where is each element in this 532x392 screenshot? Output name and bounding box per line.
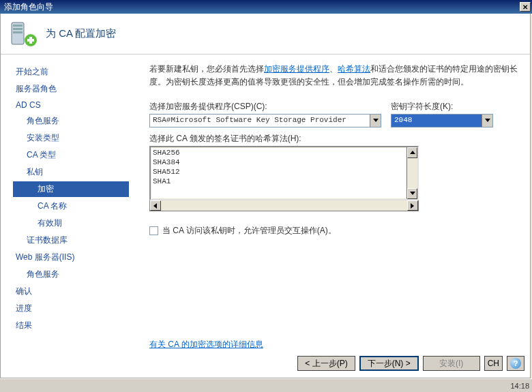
sidebar-item-iis-role-services[interactable]: 角色服务 bbox=[13, 267, 137, 282]
taskbar: 14:18 bbox=[0, 378, 532, 392]
scroll-up-icon[interactable] bbox=[407, 147, 417, 158]
help-icon: ? bbox=[510, 358, 521, 369]
svg-marker-7 bbox=[373, 119, 379, 122]
chevron-down-icon[interactable] bbox=[370, 115, 381, 127]
checkbox-label: 当 CA 访问该私钥时，允许管理员交互操作(A)。 bbox=[162, 225, 336, 237]
csp-value: RSA#Microsoft Software Key Storage Provi… bbox=[150, 115, 370, 127]
cancel-button[interactable]: CH bbox=[484, 356, 503, 371]
intro-text: 若要新建私钥，您必须首先选择加密服务提供程序、哈希算法和适合您颁发的证书的特定用… bbox=[149, 63, 518, 89]
svg-marker-8 bbox=[485, 119, 490, 122]
sidebar-item-role-services[interactable]: 角色服务 bbox=[13, 113, 137, 129]
sidebar-item-before-begin[interactable]: 开始之前 bbox=[13, 64, 137, 80]
window-title: 添加角色向导 bbox=[4, 1, 53, 13]
allow-admin-interact-checkbox[interactable] bbox=[149, 226, 158, 235]
wizard-button-row: < 上一步(P) 下一步(N) > 安装(I) CH ? bbox=[297, 356, 524, 371]
titlebar: 添加角色向导 ✕ bbox=[0, 0, 532, 14]
horizontal-scrollbar[interactable] bbox=[149, 200, 419, 211]
svg-marker-11 bbox=[153, 203, 157, 209]
header: 为 CA 配置加密 bbox=[1, 14, 530, 55]
scroll-left-icon[interactable] bbox=[150, 200, 161, 211]
svg-rect-1 bbox=[13, 25, 23, 27]
chevron-down-icon[interactable] bbox=[482, 115, 492, 127]
help-button[interactable]: ? bbox=[507, 356, 524, 371]
hash-option[interactable]: SHA512 bbox=[151, 167, 406, 177]
hash-option[interactable]: SHA256 bbox=[151, 148, 406, 157]
link-csp[interactable]: 加密服务提供程序 bbox=[264, 64, 329, 74]
sidebar-item-ca-type[interactable]: CA 类型 bbox=[13, 147, 137, 163]
sidebar-item-cryptography[interactable]: 加密 bbox=[13, 181, 129, 197]
sidebar-item-web-server-iis[interactable]: Web 服务器(IIS) bbox=[13, 250, 137, 265]
csp-dropdown[interactable]: RSA#Microsoft Software Key Storage Provi… bbox=[149, 114, 381, 127]
sidebar-item-confirm[interactable]: 确认 bbox=[13, 284, 137, 299]
sidebar-item-results[interactable]: 结果 bbox=[13, 318, 137, 333]
sidebar: 开始之前 服务器角色 AD CS 角色服务 安装类型 CA 类型 私钥 加密 C… bbox=[1, 55, 137, 348]
install-button: 安装(I) bbox=[423, 356, 480, 371]
sidebar-item-adcs[interactable]: AD CS bbox=[13, 98, 137, 112]
close-button[interactable]: ✕ bbox=[520, 2, 531, 12]
keylen-label: 密钥字符长度(K): bbox=[391, 101, 493, 112]
link-hash[interactable]: 哈希算法 bbox=[338, 64, 370, 74]
details-link[interactable]: 有关 CA 的加密选项的详细信息 bbox=[149, 339, 518, 350]
csp-label: 选择加密服务提供程序(CSP)(C): bbox=[149, 101, 381, 112]
svg-marker-10 bbox=[410, 192, 415, 195]
keylen-value: 2048 bbox=[391, 115, 482, 127]
svg-rect-6 bbox=[27, 39, 34, 42]
content-area: 若要新建私钥，您必须首先选择加密服务提供程序、哈希算法和适合您颁发的证书的特定用… bbox=[137, 55, 530, 348]
vertical-scrollbar[interactable] bbox=[407, 147, 417, 199]
sidebar-item-progress[interactable]: 进度 bbox=[13, 301, 137, 316]
svg-marker-12 bbox=[411, 203, 414, 209]
sidebar-item-private-key[interactable]: 私钥 bbox=[13, 164, 137, 180]
scroll-down-icon[interactable] bbox=[407, 188, 417, 199]
hash-option[interactable]: SHA1 bbox=[151, 177, 406, 186]
page-title: 为 CA 配置加密 bbox=[46, 27, 116, 40]
hash-label: 选择此 CA 颁发的签名证书的哈希算法(H): bbox=[149, 133, 518, 145]
hash-option[interactable]: SHA384 bbox=[151, 157, 406, 167]
svg-marker-9 bbox=[410, 151, 415, 154]
wizard-icon bbox=[9, 20, 38, 48]
next-button[interactable]: 下一步(N) > bbox=[359, 356, 419, 371]
sidebar-item-ca-name[interactable]: CA 名称 bbox=[13, 198, 137, 214]
sidebar-item-setup-type[interactable]: 安装类型 bbox=[13, 130, 137, 146]
window-body: 为 CA 配置加密 开始之前 服务器角色 AD CS 角色服务 安装类型 CA … bbox=[0, 14, 531, 378]
scroll-right-icon[interactable] bbox=[407, 200, 418, 211]
sidebar-item-validity[interactable]: 有效期 bbox=[13, 215, 137, 231]
previous-button[interactable]: < 上一步(P) bbox=[297, 356, 355, 371]
svg-rect-3 bbox=[13, 31, 23, 33]
sidebar-item-cert-db[interactable]: 证书数据库 bbox=[13, 232, 137, 248]
svg-rect-2 bbox=[13, 28, 23, 30]
keylen-dropdown[interactable]: 2048 bbox=[391, 114, 493, 127]
sidebar-item-server-roles[interactable]: 服务器角色 bbox=[13, 81, 137, 97]
clock: 14:18 bbox=[510, 382, 529, 390]
hash-listbox[interactable]: SHA256 SHA384 SHA512 SHA1 bbox=[149, 146, 419, 200]
